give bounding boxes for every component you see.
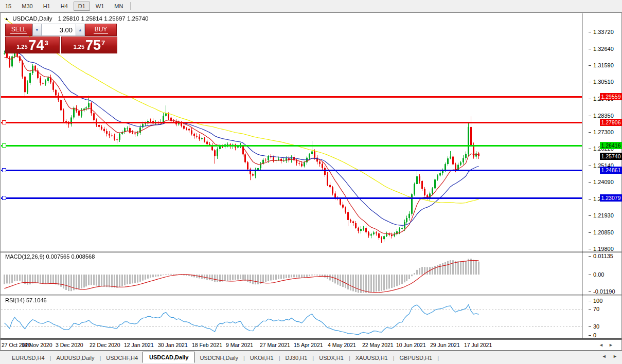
symbol-tab-gbpusd[interactable]: GBPUSD,H1 xyxy=(395,353,437,363)
price-axis-label: 1.33720 xyxy=(593,29,614,35)
chart-ohlc-values: 1.25810 1.25814 1.25697 1.25740 xyxy=(58,15,149,22)
symbol-tab-eurusd[interactable]: EURUSD,H4 xyxy=(7,353,49,363)
volume-input[interactable]: 3.00 xyxy=(42,24,76,36)
macd-axis-label: 0.01135 xyxy=(593,253,613,259)
date-axis-label: 30 Jan 2021 xyxy=(158,342,188,348)
chart-scroll-left-icon[interactable]: ◄ xyxy=(599,342,603,348)
price-axis-label: 1.30510 xyxy=(593,79,614,85)
price-axis-label-tick xyxy=(589,99,591,99)
rsi-axis-label-tick xyxy=(589,335,591,336)
sell-button-label: SELL xyxy=(10,26,27,34)
current-price-badge: 1.25740 xyxy=(600,153,622,160)
timeframe-toolbar: 15M30H1H4D1W1MN xyxy=(0,0,622,12)
date-axis-label: 22 Dec 2020 xyxy=(90,342,120,348)
volume-increase-button[interactable]: ▲ xyxy=(76,24,85,36)
rsi-indicator-label: RSI(14) 57.1046 xyxy=(5,297,47,303)
timeframe-button-m30[interactable]: M30 xyxy=(17,2,37,11)
pane-divider[interactable] xyxy=(1,295,621,296)
timeframe-button-15[interactable]: 15 xyxy=(1,2,16,11)
date-axis-label: 10 Jun 2021 xyxy=(396,342,426,348)
timeframe-button-h4[interactable]: H4 xyxy=(56,2,73,11)
chevron-up-icon: ▲ xyxy=(78,28,82,32)
tab-scroll-left-icon[interactable]: ◄ xyxy=(602,354,607,359)
price-axis-border xyxy=(582,13,582,338)
date-axis-label: 22 May 2021 xyxy=(362,342,394,348)
buy-price-pip: 7 xyxy=(101,39,105,47)
price-axis-label-tick xyxy=(589,199,591,199)
price-axis-label-tick xyxy=(589,49,591,49)
symbol-tab-usdcad[interactable]: USDCAD,Daily xyxy=(143,352,195,363)
price-axis-label: 1.21930 xyxy=(593,212,614,219)
pane-divider xyxy=(1,338,621,340)
price-axis-label: 1.19800 xyxy=(593,246,614,252)
macd-axis-label: 0.00 xyxy=(593,271,604,278)
buy-price-big: 75 xyxy=(85,40,101,51)
rsi-axis-label: 100 xyxy=(593,298,602,304)
rsi-axis-label-tick xyxy=(589,309,591,310)
symbol-tab-bar: EURUSD,H4|AUDUSD,Daily|USDCHF,H4USDCAD,D… xyxy=(0,351,622,364)
buy-button-label: BUY xyxy=(94,26,109,34)
pane-divider[interactable] xyxy=(1,251,621,252)
rsi-axis-label-tick xyxy=(589,301,591,301)
price-axis-label-tick xyxy=(589,232,591,233)
chart-title: ▲ USDCAD,Daily 1.25810 1.25814 1.25697 1… xyxy=(5,15,149,22)
symbol-tab-xauusd[interactable]: XAUUSD,H1 xyxy=(351,353,393,363)
price-axis-label-tick xyxy=(589,215,591,216)
buy-button[interactable]: BUY xyxy=(85,24,117,36)
price-axis-label-tick xyxy=(589,116,591,116)
tab-separator: | xyxy=(437,355,439,361)
macd-axis-label: -0.01190 xyxy=(593,288,615,295)
chart-scroll-right-icon[interactable]: ► xyxy=(609,342,613,348)
date-axis-label: 14 Nov 2020 xyxy=(22,342,52,348)
symbol-tab-usdcnh[interactable]: USDCNH,Daily xyxy=(195,353,243,363)
hline-price-badge-1.27906[interactable]: 1.27906 xyxy=(600,119,622,126)
buy-price-display[interactable]: 1.25 75 7 xyxy=(61,37,117,53)
hline-price-badge-1.26416[interactable]: 1.26416 xyxy=(600,142,622,149)
one-click-trade-panel: SELL ▼ 3.00 ▲ BUY 1.25 74 xyxy=(5,24,118,53)
symbol-tab-audusd[interactable]: AUDUSD,Daily xyxy=(51,353,99,363)
timeframe-button-mn[interactable]: MN xyxy=(110,2,128,11)
chart-window: ▲ USDCAD,Daily 1.25810 1.25814 1.25697 1… xyxy=(0,12,622,351)
price-axis-label-tick xyxy=(589,166,591,166)
timeframe-button-h1[interactable]: H1 xyxy=(39,2,55,11)
sell-price-base: 1.25 xyxy=(16,44,27,50)
price-axis-label-tick xyxy=(589,132,591,133)
date-axis-label: 18 Feb 2021 xyxy=(192,342,222,348)
symbol-tab-usdchf[interactable]: USDCHF,H4 xyxy=(101,353,143,363)
date-axis-label: 4 May 2021 xyxy=(328,342,356,348)
sell-price-pip: 3 xyxy=(45,39,48,47)
volume-value: 3.00 xyxy=(60,26,73,34)
rsi-axis-label: 0 xyxy=(593,332,596,338)
price-axis-label-tick xyxy=(589,249,591,249)
volume-decrease-button[interactable]: ▼ xyxy=(32,24,42,36)
symbol-tab-dj30[interactable]: DJ30,H1 xyxy=(281,353,312,363)
price-axis-label-tick xyxy=(589,149,591,149)
date-axis-label: 29 Jun 2021 xyxy=(430,342,460,348)
chevron-down-icon: ▼ xyxy=(35,28,39,32)
timeframe-button-w1[interactable]: W1 xyxy=(91,2,109,11)
price-axis-label: 1.24090 xyxy=(593,179,614,185)
hline-price-badge-1.23079[interactable]: 1.23079 xyxy=(600,194,622,202)
macd-indicator-label: MACD(12,26,9) 0.007565 0.008568 xyxy=(5,253,95,260)
macd-axis-label-tick xyxy=(589,256,591,257)
timeframe-button-d1[interactable]: D1 xyxy=(74,2,90,11)
hline-price-badge-1.29559[interactable]: 1.29559 xyxy=(600,93,622,100)
sell-price-big: 74 xyxy=(29,40,44,51)
date-axis-label: 9 Mar 2021 xyxy=(226,342,253,348)
sell-button[interactable]: SELL xyxy=(5,24,32,36)
symbol-tab-usdx[interactable]: USDX,H1 xyxy=(314,353,348,363)
collapse-panel-icon[interactable]: ▲ xyxy=(5,16,9,21)
date-axis-label: 3 Dec 2020 xyxy=(56,342,83,348)
symbol-tab-ukoil[interactable]: UKOil,H1 xyxy=(245,353,278,363)
date-axis-label: 12 Jan 2021 xyxy=(124,342,154,348)
tab-scroll-right-icon[interactable]: ► xyxy=(613,354,617,359)
chart-symbol-period: USDCAD,Daily xyxy=(12,15,52,22)
rsi-pane-canvas[interactable] xyxy=(1,296,582,338)
sell-price-display[interactable]: 1.25 74 3 xyxy=(5,37,60,53)
macd-axis-label-tick xyxy=(589,292,591,292)
price-axis-label: 1.32640 xyxy=(593,46,614,52)
hline-price-badge-1.24861[interactable]: 1.24861 xyxy=(600,167,622,174)
tab-scroll-arrows: ◄ ► xyxy=(597,354,617,359)
price-axis-label: 1.28350 xyxy=(593,113,614,119)
terminal-screen: 15M30H1H4D1W1MN ▲ USDCAD,Daily 1.25810 1… xyxy=(0,0,622,364)
